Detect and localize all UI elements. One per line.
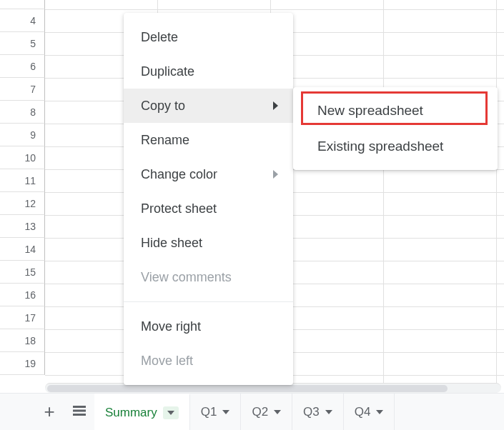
menu-protect-sheet[interactable]: Protect sheet [124,191,293,226]
svg-rect-0 [73,406,86,408]
menu-rename[interactable]: Rename [124,123,293,157]
sheet-tab-summary[interactable]: Summary [94,394,190,431]
row-header[interactable]: 13 [0,215,45,238]
menu-change-color-label: Change color [141,167,217,182]
row-header[interactable]: 7 [0,78,45,101]
row-header[interactable]: 14 [0,238,45,261]
row-header[interactable]: 10 [0,146,45,169]
menu-copy-to-label: Copy to [141,99,185,114]
row-header[interactable]: 17 [0,306,45,329]
caret-down-icon[interactable] [163,406,179,419]
sheet-tab-label: Q1 [201,405,217,419]
caret-down-icon[interactable] [274,410,281,414]
column-d [384,0,497,393]
row-header[interactable]: 12 [0,192,45,215]
column-e [497,0,504,393]
menu-separator [124,301,293,302]
row-header[interactable]: 9 [0,124,45,146]
menu-duplicate[interactable]: Duplicate [124,54,293,89]
menu-view-comments: View comments [124,260,293,294]
row-header[interactable]: 18 [0,329,45,352]
caret-down-icon[interactable] [325,410,332,414]
copy-to-submenu: New spreadsheet Existing spreadsheet [293,87,498,170]
sheet-tab-bar: + Summary Q1Q2Q3Q4 [0,393,504,430]
scrollbar-thumb[interactable] [47,385,448,392]
menu-move-left: Move left [124,344,293,378]
plus-icon: + [44,401,54,423]
sheet-tab-label: Q4 [355,405,371,419]
sheet-tab-q3[interactable]: Q3 [292,394,344,431]
add-sheet-button[interactable]: + [34,394,64,431]
menu-change-color[interactable]: Change color [124,157,293,191]
row-header[interactable] [0,0,45,9]
row-header[interactable]: 19 [0,352,45,375]
menu-move-right[interactable]: Move right [124,309,293,344]
submenu-new-spreadsheet[interactable]: New spreadsheet [293,93,498,129]
sheet-tab-q4[interactable]: Q4 [344,394,395,431]
chevron-right-icon [273,99,279,114]
menu-delete[interactable]: Delete [124,20,293,54]
all-sheets-button[interactable] [64,394,94,431]
all-sheets-icon [73,406,86,419]
menu-hide-sheet[interactable]: Hide sheet [124,226,293,260]
row-header[interactable]: 4 [0,9,45,32]
submenu-existing-spreadsheet[interactable]: Existing spreadsheet [293,129,498,164]
row-header[interactable]: 5 [0,32,45,55]
sheet-tab-q1[interactable]: Q1 [190,394,242,431]
sheet-tab-label: Summary [105,406,157,420]
sheet-tab-label: Q3 [303,405,320,419]
chevron-right-icon [273,167,279,182]
row-header[interactable]: 15 [0,261,45,284]
caret-down-icon[interactable] [222,410,229,414]
row-header[interactable]: 8 [0,101,45,124]
row-headers: 45678910111213141516171819 [0,0,45,375]
sheet-tab-q2[interactable]: Q2 [241,394,292,431]
svg-rect-2 [73,414,86,416]
sheet-tab-label: Q2 [252,405,268,419]
menu-copy-to[interactable]: Copy to [124,89,293,123]
caret-down-icon[interactable] [376,410,383,414]
gridline [45,9,504,10]
row-header[interactable]: 16 [0,284,45,306]
svg-rect-1 [73,409,86,411]
row-header[interactable]: 6 [0,55,45,78]
row-header[interactable]: 11 [0,169,45,192]
sheet-context-menu: Delete Duplicate Copy to Rename Change c… [124,13,293,385]
